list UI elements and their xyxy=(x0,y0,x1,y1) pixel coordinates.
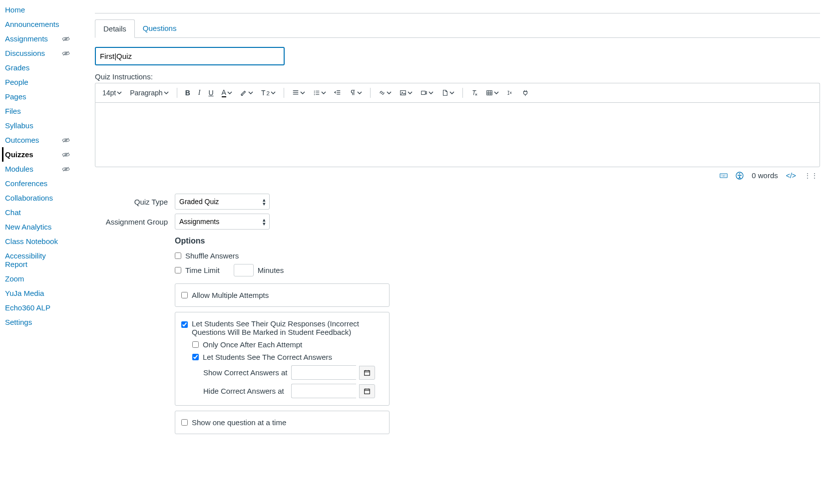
show-correct-at-label: Show Correct Answers at xyxy=(203,368,288,377)
nav-announcements[interactable]: Announcements xyxy=(5,17,62,31)
html-editor-toggle[interactable]: </> xyxy=(786,172,796,180)
rte-underline[interactable]: U xyxy=(205,87,216,99)
nav-settings[interactable]: Settings xyxy=(5,315,35,329)
nav-files[interactable]: Files xyxy=(5,104,24,118)
allow-multiple-attempts-checkbox[interactable] xyxy=(181,292,188,298)
rte-paragraph-label: Paragraph xyxy=(130,89,162,97)
nav-syllabus[interactable]: Syllabus xyxy=(5,118,36,133)
rte-indent[interactable] xyxy=(331,87,344,98)
nav-modules[interactable]: Modules xyxy=(5,162,36,176)
svg-rect-17 xyxy=(720,174,727,178)
rte-toolbar: 14pt Paragraph B I U A T2 xyxy=(95,83,820,102)
nav-zoom[interactable]: Zoom xyxy=(5,271,27,286)
rte-link[interactable] xyxy=(376,87,395,98)
chevron-down-icon xyxy=(321,90,326,95)
allow-multiple-attempts-label: Allow Multiple Attempts xyxy=(192,291,269,299)
nav-home[interactable]: Home xyxy=(5,2,28,17)
rte-embed[interactable] xyxy=(519,87,532,98)
equation-icon xyxy=(507,89,514,96)
assignment-group-label: Assignment Group xyxy=(95,218,175,226)
quiz-type-label: Quiz Type xyxy=(95,198,175,206)
keyboard-shortcuts-button[interactable] xyxy=(720,172,728,180)
rte-superscript[interactable]: T2 xyxy=(258,87,279,99)
quiz-title-input[interactable] xyxy=(95,47,285,65)
time-limit-input[interactable] xyxy=(234,264,254,276)
options-heading: Options xyxy=(175,237,390,246)
nav-pages[interactable]: Pages xyxy=(5,89,29,104)
svg-point-11 xyxy=(314,92,315,93)
rte-paragraph-style[interactable]: Paragraph xyxy=(127,87,171,99)
rte-clear-formatting[interactable] xyxy=(468,87,481,98)
link-icon xyxy=(379,89,386,96)
image-icon xyxy=(400,89,407,96)
chevron-down-icon xyxy=(248,90,253,95)
nav-grades[interactable]: Grades xyxy=(5,60,32,75)
resize-handle[interactable]: ⋮⋮ xyxy=(804,172,818,180)
accessibility-checker-button[interactable] xyxy=(736,172,744,180)
svg-rect-16 xyxy=(487,91,492,95)
rte-highlight-color[interactable] xyxy=(237,87,256,98)
svg-point-10 xyxy=(314,91,315,92)
nav-yuja-media[interactable]: YuJa Media xyxy=(5,286,47,300)
hide-correct-at-calendar-button[interactable] xyxy=(359,384,375,398)
only-once-after-attempt-checkbox[interactable] xyxy=(192,341,199,348)
assignment-group-select[interactable]: Assignments xyxy=(175,214,270,230)
rte-table[interactable] xyxy=(483,87,502,98)
header-status-row xyxy=(95,0,820,5)
show-correct-at-input[interactable] xyxy=(291,365,356,380)
show-one-question-checkbox[interactable] xyxy=(181,419,188,426)
chevron-down-icon xyxy=(300,90,305,95)
rte-bold[interactable]: B xyxy=(182,87,193,99)
hidden-icon xyxy=(62,151,70,159)
rte-alignment[interactable] xyxy=(289,87,308,98)
align-icon xyxy=(292,89,299,96)
time-limit-checkbox[interactable] xyxy=(175,267,181,273)
rte-image[interactable] xyxy=(397,87,415,98)
nav-echo360-alp[interactable]: Echo360 ALP xyxy=(5,300,53,315)
nav-new-analytics[interactable]: New Analytics xyxy=(5,220,54,234)
rte-document[interactable] xyxy=(438,87,457,98)
course-nav-sidebar: HomeAnnouncementsAssignmentsDiscussionsG… xyxy=(0,0,85,449)
let-students-see-correct-checkbox[interactable] xyxy=(192,354,199,360)
shuffle-answers-checkbox[interactable] xyxy=(175,252,181,259)
rte-equation[interactable] xyxy=(504,87,517,98)
nav-accessibility-report[interactable]: Accessibility Report xyxy=(5,249,70,271)
plug-icon xyxy=(522,89,529,96)
nav-assignments[interactable]: Assignments xyxy=(5,31,51,46)
nav-discussions[interactable]: Discussions xyxy=(5,46,48,60)
hide-correct-at-input[interactable] xyxy=(291,384,356,398)
rte-content-area[interactable] xyxy=(95,102,820,167)
rte-media[interactable] xyxy=(417,87,436,98)
quiz-type-select[interactable]: Graded Quiz xyxy=(175,194,270,210)
main-content: Details Questions Quiz Instructions: 14p… xyxy=(85,0,825,449)
nav-collaborations[interactable]: Collaborations xyxy=(5,191,56,205)
svg-point-12 xyxy=(314,94,315,95)
nav-outcomes[interactable]: Outcomes xyxy=(5,133,42,147)
only-once-after-attempt-label: Only Once After Each Attempt xyxy=(203,340,302,349)
calendar-icon xyxy=(364,369,371,376)
tab-details[interactable]: Details xyxy=(95,19,135,38)
show-correct-at-calendar-button[interactable] xyxy=(359,366,375,380)
nav-people[interactable]: People xyxy=(5,75,31,89)
outdent-icon xyxy=(334,89,341,96)
hide-correct-at-label: Hide Correct Answers at xyxy=(203,387,288,395)
hidden-icon xyxy=(62,165,70,173)
list-icon xyxy=(313,89,320,96)
calendar-icon xyxy=(364,388,371,395)
let-students-see-responses-checkbox[interactable] xyxy=(181,321,188,328)
rte-font-size[interactable]: 14pt xyxy=(99,87,125,99)
chevron-down-icon xyxy=(494,90,499,95)
rte-italic[interactable]: I xyxy=(195,87,204,99)
rte-text-color[interactable]: A xyxy=(219,86,235,99)
rte-direction[interactable] xyxy=(346,87,365,98)
nav-quizzes[interactable]: Quizzes xyxy=(5,147,36,162)
hidden-icon xyxy=(62,35,70,43)
chevron-down-icon xyxy=(164,90,169,95)
tab-questions[interactable]: Questions xyxy=(135,19,185,37)
rte-list[interactable] xyxy=(310,87,329,98)
rte-font-size-label: 14pt xyxy=(102,89,116,97)
nav-chat[interactable]: Chat xyxy=(5,205,24,220)
nav-conferences[interactable]: Conferences xyxy=(5,176,50,191)
nav-class-notebook[interactable]: Class Notebook xyxy=(5,234,61,249)
show-one-question-label: Show one question at a time xyxy=(192,418,286,427)
